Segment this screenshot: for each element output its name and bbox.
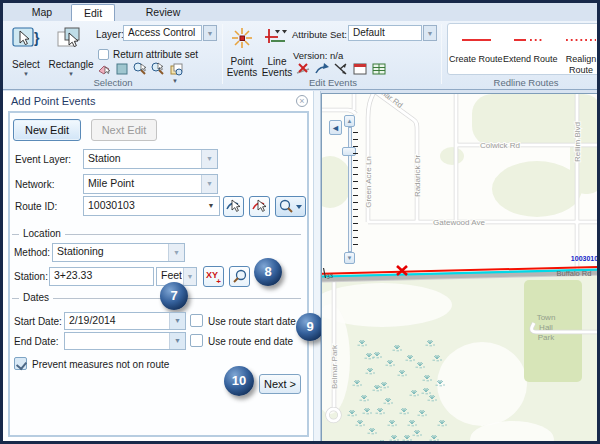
- return-attribute-set-label: Return attribute set: [113, 49, 198, 60]
- station-input[interactable]: 3+23.33: [49, 267, 154, 286]
- prevent-measures-label: Prevent measures not on route: [32, 359, 169, 370]
- svg-text:Park: Park: [538, 333, 555, 342]
- create-route-icon[interactable]: [461, 35, 493, 47]
- park-label: Town Hall Park: [537, 313, 556, 342]
- zoom-slider-ticks: [353, 132, 358, 247]
- return-attribute-set-checkbox[interactable]: [98, 49, 109, 60]
- edit-events-group-title: Edit Events: [273, 77, 393, 88]
- point-events-label[interactable]: Point Events: [224, 56, 260, 78]
- zoom-slider-track[interactable]: [348, 127, 352, 252]
- street-label-rellim: Rellim Blvd: [573, 122, 582, 162]
- street-label-colwick: Colwick Rd: [480, 141, 520, 150]
- svg-text:Town: Town: [537, 313, 556, 322]
- selection-group-title: Selection: [33, 77, 193, 88]
- attribute-set-combobox-arrow[interactable]: ▼: [423, 25, 437, 41]
- method-label: Method:: [14, 247, 50, 258]
- extend-route-icon[interactable]: [513, 35, 545, 47]
- use-route-start-date-label: Use route start date: [208, 316, 296, 327]
- application-window: Map Edit Review } Select ▼ Rectangle ▼ L…: [0, 0, 600, 444]
- layer-combobox[interactable]: Access Control: [123, 25, 202, 41]
- callout-9: 9: [296, 313, 324, 341]
- dates-section-title: Dates: [19, 292, 53, 303]
- version-label: Version: n/a: [293, 50, 343, 61]
- prevent-measures-checkbox[interactable]: [14, 357, 27, 370]
- collapse-panel-arrow[interactable]: ◄: [329, 120, 342, 135]
- rectangle-tool-icon[interactable]: [55, 25, 87, 57]
- select-route-on-map-button[interactable]: [223, 196, 244, 217]
- route-id-label: Route ID:: [15, 201, 57, 212]
- tab-edit[interactable]: Edit: [71, 4, 115, 21]
- route-search-dropdown-button[interactable]: [275, 196, 306, 217]
- event-layer-label: Event Layer:: [15, 154, 71, 165]
- street-label-radarick: Radarick Dr: [413, 155, 422, 198]
- panel-map-splitter[interactable]: [313, 91, 321, 444]
- use-route-end-date-checkbox[interactable]: [190, 334, 203, 347]
- station-search-button[interactable]: [229, 266, 250, 287]
- map-view[interactable]: Buffalo Rd Belmar Rd Colw: [321, 93, 600, 444]
- ribbon: } Select ▼ Rectangle ▼ Layer: Access Con…: [3, 21, 600, 90]
- attribute-set-combobox[interactable]: Default: [348, 25, 422, 41]
- tab-map[interactable]: Map: [19, 4, 65, 21]
- callout-8: 8: [254, 258, 282, 286]
- point-events-icon[interactable]: [231, 27, 253, 51]
- street-label-gatewood: Gatewood Ave: [433, 218, 485, 227]
- use-route-start-date-checkbox[interactable]: [190, 314, 203, 327]
- use-route-end-date-label: Use route end date: [208, 336, 293, 347]
- clear-route-selection-button[interactable]: [249, 196, 270, 217]
- station-label: Station:: [14, 271, 48, 282]
- tab-review[interactable]: Review: [139, 4, 187, 21]
- realign-route-label[interactable]: Realign Route: [559, 54, 600, 76]
- route-id-combo-arrow[interactable]: ▼: [203, 197, 219, 215]
- zoom-in-button[interactable]: ▲: [344, 115, 355, 127]
- callout-10: 10: [224, 366, 254, 396]
- realign-route-icon[interactable]: [565, 35, 597, 47]
- map-canvas: Buffalo Rd Belmar Rd Colw: [322, 94, 600, 444]
- select-dropdown-caret[interactable]: ▼: [23, 71, 29, 77]
- add-point-events-panel: Add Point Events × New Edit Next Edit Ev…: [3, 91, 313, 444]
- event-layer-combobox[interactable]: Station▼: [83, 149, 218, 169]
- street-label-buffalo: Buffalo Rd: [557, 269, 592, 278]
- network-label: Network:: [15, 179, 54, 190]
- method-combobox[interactable]: Stationing▼: [52, 243, 185, 262]
- start-date-arrow[interactable]: ▼: [169, 313, 185, 329]
- new-edit-button[interactable]: New Edit: [13, 119, 81, 141]
- street-label-belmar-park: Belmar Park: [330, 344, 339, 389]
- create-route-label[interactable]: Create Route: [449, 54, 501, 65]
- event-layer-combo-arrow[interactable]: ▼: [201, 150, 217, 168]
- line-events-label[interactable]: Line Events: [261, 56, 293, 78]
- end-date-arrow[interactable]: ▼: [169, 333, 185, 349]
- end-date-label: End Date:: [14, 336, 58, 347]
- attribute-set-label: Attribute Set:: [292, 29, 347, 40]
- network-combobox[interactable]: Mile Point▼: [83, 174, 218, 194]
- units-combo-arrow[interactable]: ▼: [183, 268, 196, 285]
- panel-close-icon[interactable]: ×: [296, 95, 308, 107]
- start-date-picker[interactable]: 2/19/2014▼: [64, 312, 186, 330]
- method-combo-arrow[interactable]: ▼: [168, 244, 184, 261]
- callout-7: 7: [160, 282, 188, 310]
- select-tool-icon[interactable]: }: [11, 25, 43, 57]
- dates-separator: [12, 298, 301, 299]
- rectangle-tool-label: Rectangle: [43, 59, 99, 70]
- network-combo-arrow[interactable]: ▼: [201, 175, 217, 193]
- line-events-icon[interactable]: [263, 27, 287, 51]
- next-edit-button[interactable]: Next Edit: [91, 119, 157, 141]
- extend-route-label[interactable]: Extend Route: [503, 54, 555, 65]
- group-divider-2: [441, 24, 442, 84]
- layer-label: Layer:: [96, 29, 124, 40]
- panel-title: Add Point Events: [11, 95, 95, 107]
- svg-text:Hall: Hall: [539, 323, 553, 332]
- zoom-out-button[interactable]: ▼: [344, 252, 355, 264]
- route-id-combobox[interactable]: 10030103▼: [83, 196, 220, 216]
- street-label-green-acre: Green Acre Ln: [364, 156, 373, 208]
- start-date-label: Start Date:: [14, 316, 62, 327]
- end-date-picker[interactable]: ▼: [64, 332, 186, 350]
- xy-coordinates-button[interactable]: XY +: [203, 266, 224, 287]
- svg-text:}: }: [34, 30, 40, 46]
- location-section-title: Location: [19, 228, 65, 239]
- layer-combobox-arrow[interactable]: ▼: [203, 25, 217, 41]
- group-divider: [222, 24, 223, 84]
- route-id-map-label: 10030103: [571, 255, 600, 262]
- next-button[interactable]: Next >: [259, 374, 301, 394]
- redline-routes-group-title: Redline Routes: [456, 77, 596, 88]
